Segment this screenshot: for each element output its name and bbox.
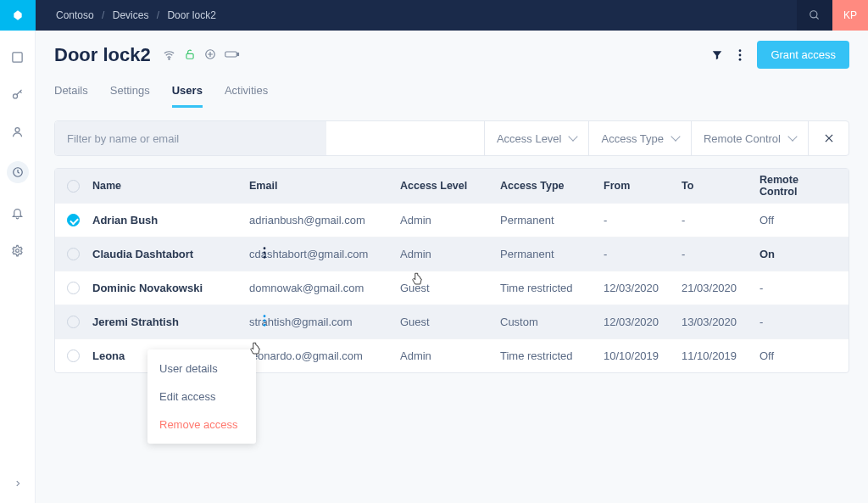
table-row[interactable]: Claudia Dashtabortcdashtabort@gmail.comA… (55, 237, 849, 271)
topbar: Contoso / Devices / Door lock2 KP (0, 0, 868, 31)
dashboard-icon[interactable] (10, 49, 25, 64)
cell-access-type: Time restricted (500, 282, 604, 294)
row-more-icon[interactable] (263, 315, 266, 327)
sync-icon (204, 48, 216, 61)
title-row: Door lock2 Grant access (54, 41, 849, 69)
svg-point-16 (264, 252, 266, 254)
svg-point-20 (264, 324, 266, 327)
dd-access-type[interactable]: Access Type (588, 121, 690, 155)
table-row[interactable]: Adrian Bushadrianbush@gmail.comAdminPerm… (55, 203, 849, 237)
breadcrumb[interactable]: Contoso / Devices / Door lock2 (56, 9, 216, 21)
cell-from: - (604, 248, 682, 260)
wifi-icon (163, 48, 175, 61)
svg-point-0 (810, 11, 817, 18)
cell-name: Dominic Novakowski (92, 282, 249, 294)
cell-email: adrianbush@gmail.com (249, 214, 400, 226)
tab-users[interactable]: Users (172, 79, 203, 108)
cell-access-level: Admin (400, 214, 500, 226)
row-checkbox[interactable] (67, 214, 80, 226)
svg-point-7 (169, 59, 170, 59)
row-more-icon[interactable] (263, 247, 266, 259)
unlock-icon (184, 48, 196, 61)
cell-name: Adrian Bush (92, 214, 249, 226)
cell-access-level: Admin (400, 248, 500, 260)
cell-access-level: Guest (400, 316, 500, 328)
cell-access-level: Guest (400, 282, 500, 294)
dd-access-level[interactable]: Access Level (484, 121, 589, 155)
filter-input[interactable] (55, 121, 326, 155)
crumb-0[interactable]: Contoso (56, 9, 94, 21)
context-menu: User details Edit access Remove access (147, 349, 256, 444)
row-checkbox[interactable] (67, 316, 80, 328)
cell-access-type: Time restricted (500, 349, 604, 362)
bell-icon[interactable] (10, 205, 25, 221)
app-logo[interactable] (0, 0, 36, 31)
users-table: Name Email Access Level Access Type From… (54, 168, 849, 373)
cell-remote: Off (760, 349, 837, 362)
select-all-checkbox[interactable] (67, 180, 80, 193)
cell-remote: On (760, 248, 837, 260)
cell-from: 12/03/2020 (604, 282, 682, 294)
svg-point-18 (264, 315, 266, 317)
sidebar (0, 31, 36, 503)
svg-rect-10 (225, 52, 236, 57)
cell-email: leonardo.o@gmail.com (249, 349, 400, 362)
person-icon[interactable] (10, 124, 25, 139)
cell-email: cdashtabort@gmail.com (249, 248, 400, 260)
cell-access-type: Permanent (500, 248, 604, 260)
key-icon[interactable] (10, 87, 25, 102)
tabs: Details Settings Users Activities (54, 79, 849, 109)
svg-rect-11 (237, 53, 239, 56)
dd-remote-control[interactable]: Remote Control (691, 121, 808, 155)
avatar[interactable]: KP (832, 0, 868, 31)
cell-to: 21/03/2020 (682, 282, 760, 294)
filter-row: Access Level Access Type Remote Control (54, 120, 849, 156)
cell-access-level: Admin (400, 349, 500, 362)
table-header: Name Email Access Level Access Type From… (55, 169, 849, 203)
svg-rect-2 (13, 52, 22, 61)
cell-from: - (604, 214, 682, 226)
table-row[interactable]: Dominic Novakowskidomnowak@gmail.comGues… (55, 271, 849, 305)
search-icon[interactable] (797, 0, 832, 31)
main: Door lock2 Grant access Details Settings… (36, 31, 868, 503)
row-checkbox[interactable] (67, 349, 80, 362)
chevron-down-icon (787, 131, 797, 141)
filter-icon[interactable] (711, 49, 723, 61)
ctx-remove-access[interactable]: Remove access (147, 411, 256, 439)
topbar-right: KP (797, 0, 868, 31)
cell-remote: Off (760, 214, 837, 226)
cell-name: Claudia Dashtabort (92, 248, 249, 260)
grant-access-button[interactable]: Grant access (757, 41, 849, 69)
ctx-user-details[interactable]: User details (147, 355, 256, 383)
svg-point-15 (264, 247, 266, 249)
svg-point-19 (264, 320, 266, 322)
cell-email: domnowak@gmail.com (249, 282, 400, 294)
tab-activities[interactable]: Activities (225, 79, 268, 108)
svg-point-13 (739, 53, 742, 56)
expand-icon[interactable] (0, 479, 35, 488)
svg-point-12 (739, 49, 742, 52)
cell-to: - (682, 248, 760, 260)
svg-point-4 (15, 127, 19, 131)
cell-remote: - (760, 316, 837, 328)
tab-details[interactable]: Details (54, 79, 88, 108)
chevron-down-icon (670, 131, 680, 141)
ctx-edit-access[interactable]: Edit access (147, 383, 256, 411)
crumb-1[interactable]: Devices (113, 9, 149, 21)
table-row[interactable]: Jeremi Strahtishstrahtish@gmail.comGuest… (55, 305, 849, 338)
svg-point-3 (14, 93, 18, 98)
clock-icon[interactable] (7, 161, 29, 183)
cell-from: 12/03/2020 (604, 316, 682, 328)
tab-settings[interactable]: Settings (110, 79, 150, 108)
cell-access-type: Custom (500, 316, 604, 328)
more-icon[interactable] (738, 49, 742, 61)
row-checkbox[interactable] (67, 248, 80, 260)
crumb-2[interactable]: Door lock2 (167, 9, 215, 21)
filter-close[interactable] (808, 121, 849, 155)
row-checkbox[interactable] (67, 282, 80, 294)
cell-to: 13/03/2020 (682, 316, 760, 328)
gear-icon[interactable] (10, 243, 25, 258)
svg-rect-8 (186, 53, 193, 59)
svg-point-6 (16, 249, 19, 252)
svg-point-14 (739, 58, 742, 60)
